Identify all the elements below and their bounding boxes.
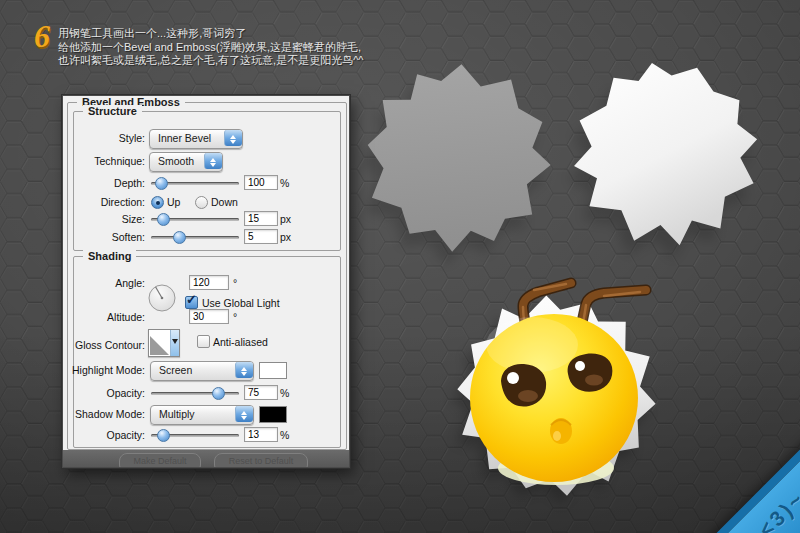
direction-up-label: Up [167, 193, 180, 211]
style-label: Style: [63, 129, 145, 147]
shadow-opacity-slider[interactable] [151, 426, 239, 444]
highlight-mode-dropdown[interactable]: Screen [150, 361, 254, 381]
shadow-mode-label: Shadow Mode: [63, 405, 145, 423]
highlight-mode-label: Highlight Mode: [63, 361, 145, 379]
anti-aliased-checkbox[interactable] [197, 335, 210, 348]
altitude-row: Altitude: ° [63, 308, 349, 326]
soften-row: Soften: px [63, 228, 349, 246]
angle-row: Angle: ° [63, 274, 349, 292]
soften-input[interactable] [244, 229, 278, 244]
structure-legend: Structure [83, 105, 142, 117]
highlight-mode-row: Highlight Mode: Screen [63, 361, 349, 379]
technique-dropdown[interactable]: Smooth [149, 152, 223, 172]
make-default-button[interactable]: Make Default [119, 453, 201, 467]
soften-unit: px [280, 228, 291, 246]
soften-slider[interactable] [151, 228, 239, 246]
size-unit: px [280, 210, 291, 228]
dropdown-arrows-icon [204, 153, 222, 169]
shadow-opacity-row: Opacity: % [63, 426, 349, 444]
highlight-opacity-input[interactable] [244, 385, 278, 400]
anti-aliased-label: Anti-aliased [213, 333, 268, 351]
tutorial-note: 用钢笔工具画出一个...这种形,哥词穷了 给他添加一个Bevel and Emb… [58, 27, 388, 68]
dropdown-arrows-icon [224, 130, 242, 146]
angle-label: Angle: [63, 274, 145, 292]
technique-label: Technique: [63, 152, 145, 170]
angle-unit: ° [233, 274, 237, 292]
highlight-mode-value: Screen [159, 362, 192, 379]
shadow-color-swatch[interactable] [259, 406, 287, 423]
slider-thumb[interactable] [157, 213, 170, 226]
depth-unit: % [280, 174, 289, 192]
gray-star-shape [359, 57, 559, 260]
altitude-input[interactable] [189, 309, 229, 324]
depth-slider[interactable] [151, 174, 239, 192]
step-number: 6 [34, 20, 50, 52]
size-slider[interactable] [151, 210, 239, 228]
highlight-opacity-row: Opacity: % [63, 384, 349, 402]
shadow-mode-row: Shadow Mode: Multiply [63, 405, 349, 423]
slider-thumb[interactable] [155, 177, 168, 190]
reset-to-default-button[interactable]: Reset to Default [214, 453, 308, 467]
bevel-emboss-panel: Bevel and Emboss Structure Shading Style… [62, 95, 350, 468]
bee-character [449, 283, 664, 503]
gloss-contour-picker[interactable] [148, 329, 180, 357]
direction-row: Direction: Up Down [63, 193, 349, 211]
style-value: Inner Bevel [158, 130, 211, 147]
technique-value: Smooth [158, 153, 194, 170]
technique-row: Technique: Smooth [63, 152, 349, 170]
slider-thumb[interactable] [173, 231, 186, 244]
soften-label: Soften: [63, 228, 145, 246]
altitude-label: Altitude: [63, 308, 145, 326]
white-star-shape [561, 50, 770, 258]
linear-contour-icon [150, 336, 169, 355]
direction-label: Direction: [63, 193, 145, 211]
gloss-contour-label: Gloss Contour: [63, 336, 145, 354]
bee-nose [550, 418, 572, 444]
depth-input[interactable] [244, 175, 278, 190]
direction-up-radio[interactable] [151, 196, 164, 209]
shadow-mode-dropdown[interactable]: Multiply [150, 405, 254, 425]
style-row: Style: Inner Bevel [63, 129, 349, 147]
note-line-1: 用钢笔工具画出一个...这种形,哥词穷了 [58, 27, 388, 41]
dropdown-arrows-icon [235, 362, 253, 378]
depth-row: Depth: % [63, 174, 349, 192]
dropdown-arrows-icon [235, 406, 253, 422]
highlight-opacity-label: Opacity: [63, 384, 145, 402]
note-line-3: 也许叫絮毛或是绒毛,总之是个毛,有了这玩意,是不是更阳光鸟^^ [58, 54, 388, 68]
shadow-opacity-unit: % [280, 426, 289, 444]
note-line-2: 给他添加一个Bevel and Emboss(浮雕)效果,这是蜜蜂君的脖毛, [58, 41, 388, 55]
shadow-opacity-label: Opacity: [63, 426, 145, 444]
direction-down-radio[interactable] [195, 196, 208, 209]
shadow-mode-value: Multiply [159, 406, 195, 423]
highlight-color-swatch[interactable] [259, 362, 287, 379]
slider-track [151, 392, 239, 395]
size-label: Size: [63, 210, 145, 228]
shadow-opacity-input[interactable] [244, 427, 278, 442]
shading-legend: Shading [83, 250, 136, 262]
slider-thumb[interactable] [157, 429, 170, 442]
depth-label: Depth: [63, 174, 145, 192]
direction-down-label: Down [211, 193, 238, 211]
angle-input[interactable] [189, 275, 229, 290]
contour-dropdown-arrow-icon [170, 330, 179, 356]
slider-thumb[interactable] [212, 387, 225, 400]
altitude-unit: ° [233, 308, 237, 326]
size-input[interactable] [244, 211, 278, 226]
bee-head-gloss [486, 317, 578, 373]
size-row: Size: px [63, 210, 349, 228]
tutorial-canvas: 6 用钢笔工具画出一个...这种形,哥词穷了 给他添加一个Bevel and E… [0, 0, 800, 533]
ribbon-text: <3)~ [754, 486, 800, 533]
style-dropdown[interactable]: Inner Bevel [149, 129, 243, 149]
panel-footer: Make Default Reset to Default [63, 450, 349, 467]
slider-track [151, 236, 239, 239]
highlight-opacity-slider[interactable] [151, 384, 239, 402]
highlight-opacity-unit: % [280, 384, 289, 402]
